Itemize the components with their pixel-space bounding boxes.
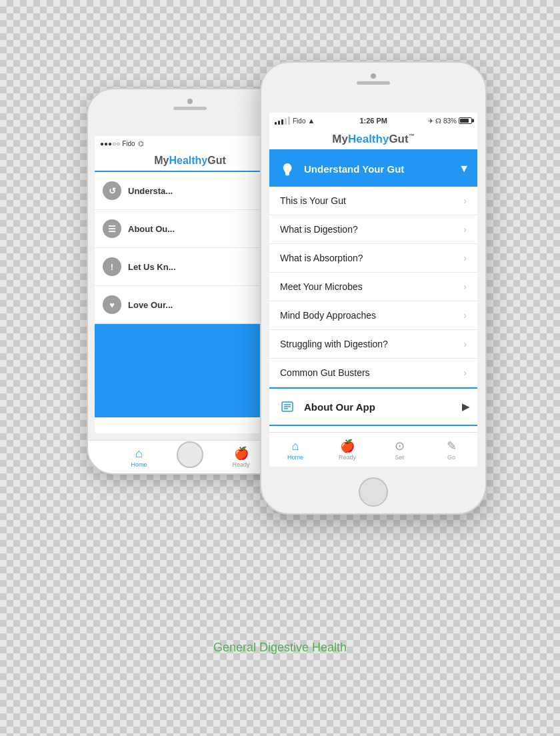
back-tab-home[interactable]: ⌂ Home bbox=[88, 441, 190, 473]
back-menu-label-2: About Ou... bbox=[128, 224, 175, 234]
front-bluetooth-icon: ☊ bbox=[435, 117, 441, 125]
chevron-right-3-icon: › bbox=[463, 253, 467, 263]
menu-item-what-is-digestion[interactable]: What is Digestion? › bbox=[269, 215, 477, 244]
back-menu-icon-1: ↺ bbox=[103, 181, 121, 200]
menu-label-what-is-digestion: What is Digestion? bbox=[280, 224, 358, 235]
menu-scroll[interactable]: Understand Your Gut ▼ This is Your Gut ›… bbox=[269, 151, 477, 432]
front-home-button[interactable] bbox=[359, 477, 388, 507]
back-menu-icon-4: ♥ bbox=[103, 295, 121, 314]
menu-label-struggling: Struggling with Digestion? bbox=[280, 339, 388, 349]
front-tab-go-label: Go bbox=[447, 454, 455, 461]
signal-bar-2 bbox=[278, 121, 280, 125]
section-about-label: About Our App bbox=[304, 401, 375, 413]
svg-point-0 bbox=[285, 175, 289, 176]
front-home-icon: ⌂ bbox=[292, 439, 299, 453]
front-tab-ready-label: Ready bbox=[339, 454, 356, 461]
signal-bar-4 bbox=[285, 118, 287, 125]
back-menu-icon-2: ☰ bbox=[103, 219, 121, 238]
back-menu-label-4: Love Our... bbox=[128, 300, 173, 310]
back-menu-item-4[interactable]: ♥ Love Our... bbox=[95, 286, 285, 324]
chevron-right-6-icon: › bbox=[463, 339, 467, 349]
chevron-right-2-icon: › bbox=[463, 224, 467, 235]
front-tab-home-label: Home bbox=[287, 454, 303, 461]
chevron-right-7-icon: › bbox=[463, 367, 467, 378]
front-time: 1:26 PM bbox=[319, 117, 428, 125]
front-status-bar: Fido ▲ 1:26 PM ✈ ☊ 83% bbox=[269, 113, 477, 129]
back-title-healthy: Healthy bbox=[169, 155, 207, 166]
back-home-icon: ⌂ bbox=[135, 447, 143, 461]
section-understand-label: Understand Your Gut bbox=[304, 163, 404, 175]
back-menu-item-2[interactable]: ☰ About Ou... bbox=[95, 210, 285, 248]
front-tab-set[interactable]: ⊙ Set bbox=[373, 433, 425, 467]
page-subtitle: General Digestive Health bbox=[213, 641, 347, 655]
front-speaker bbox=[357, 81, 390, 85]
back-menu-icon-3: ! bbox=[103, 257, 121, 276]
front-signal-bars bbox=[275, 117, 290, 125]
back-carrier: Fido bbox=[122, 140, 135, 147]
front-title-tm: ™ bbox=[409, 133, 415, 139]
back-title-gut: Gut bbox=[207, 155, 226, 166]
scene: ●●●○○ Fido ⌬ MyHealthyGut ↺ Understa... … bbox=[73, 61, 487, 675]
about-chevron-right-icon: ▶ bbox=[462, 401, 469, 412]
menu-item-meet-your-microbes[interactable]: Meet Your Microbes › bbox=[269, 273, 477, 301]
back-menu-label-3: Let Us Kn... bbox=[128, 262, 176, 272]
back-menu-label-1: Understa... bbox=[128, 186, 173, 196]
section-understand-header[interactable]: Understand Your Gut ▼ bbox=[269, 151, 477, 187]
chevron-right-1-icon: › bbox=[463, 195, 467, 206]
menu-label-what-is-absorption: What is Absorption? bbox=[280, 253, 363, 263]
front-set-icon: ⊙ bbox=[395, 439, 405, 453]
back-menu-item-1[interactable]: ↺ Understa... bbox=[95, 172, 285, 210]
front-right-icons: ✈ ☊ 83% bbox=[428, 117, 472, 125]
understand-icon bbox=[277, 159, 297, 179]
back-tab-home-label: Home bbox=[131, 461, 147, 468]
front-app-title: MyHealthyGut™ bbox=[269, 129, 477, 151]
menu-label-mind-body: Mind Body Approaches bbox=[280, 310, 376, 321]
front-wifi-icon: ▲ bbox=[307, 117, 315, 125]
front-camera bbox=[371, 73, 376, 79]
front-ready-icon: 🍎 bbox=[340, 439, 355, 453]
back-status-bar: ●●●○○ Fido ⌬ bbox=[95, 136, 285, 151]
phone-front: Fido ▲ 1:26 PM ✈ ☊ 83% MyHealthyGut™ bbox=[260, 61, 487, 515]
front-title-healthy: Healthy bbox=[348, 133, 389, 145]
menu-item-common-gut[interactable]: Common Gut Busters › bbox=[269, 359, 477, 387]
menu-item-mind-body[interactable]: Mind Body Approaches › bbox=[269, 301, 477, 330]
front-go-icon: ✎ bbox=[447, 439, 457, 453]
signal-bar-1 bbox=[275, 122, 277, 125]
battery-icon bbox=[459, 117, 472, 124]
battery-fill bbox=[460, 119, 469, 123]
section-about-header[interactable]: About Our App ▶ bbox=[269, 387, 477, 426]
back-menu-item-3[interactable]: ! Let Us Kn... bbox=[95, 248, 285, 286]
menu-label-this-is-your-gut: This is Your Gut bbox=[280, 195, 346, 206]
about-icon bbox=[277, 397, 297, 417]
signal-bar-3 bbox=[281, 119, 283, 125]
menu-label-common-gut: Common Gut Busters bbox=[280, 367, 370, 378]
front-carrier: Fido bbox=[293, 117, 305, 125]
menu-item-struggling[interactable]: Struggling with Digestion? › bbox=[269, 330, 477, 359]
menu-item-this-is-your-gut[interactable]: This is Your Gut › bbox=[269, 187, 477, 215]
front-tab-set-label: Set bbox=[395, 454, 404, 461]
back-ready-icon: 🍎 bbox=[234, 446, 249, 461]
signal-bar-5 bbox=[288, 117, 290, 125]
bluetooth-icon: ✈ bbox=[428, 117, 433, 125]
phone-back-top bbox=[173, 99, 207, 110]
back-wifi-icon: ⌬ bbox=[138, 140, 144, 147]
front-tab-bar: ⌂ Home 🍎 Ready ⊙ Set ✎ Go bbox=[269, 432, 477, 467]
front-tab-home[interactable]: ⌂ Home bbox=[269, 433, 321, 467]
back-home-button[interactable] bbox=[177, 441, 203, 468]
back-blue-section bbox=[95, 324, 285, 417]
menu-item-what-is-absorption[interactable]: What is Absorption? › bbox=[269, 244, 477, 273]
front-title-gut: Gut bbox=[389, 133, 408, 145]
chevron-right-5-icon: › bbox=[463, 310, 467, 321]
back-title-my: My bbox=[154, 155, 169, 166]
front-battery-pct: 83% bbox=[443, 117, 457, 125]
back-tab-ready-label: Ready bbox=[232, 461, 249, 468]
phone-back-screen: ●●●○○ Fido ⌬ MyHealthyGut ↺ Understa... … bbox=[95, 136, 285, 433]
front-tab-go[interactable]: ✎ Go bbox=[425, 433, 477, 467]
back-app-title: MyHealthyGut bbox=[95, 151, 285, 172]
chevron-right-4-icon: › bbox=[463, 281, 467, 292]
understand-chevron-down-icon: ▼ bbox=[459, 163, 469, 175]
phone-front-screen: Fido ▲ 1:26 PM ✈ ☊ 83% MyHealthyGut™ bbox=[269, 113, 477, 467]
menu-label-meet-your-microbes: Meet Your Microbes bbox=[280, 281, 363, 292]
front-title-my: My bbox=[332, 133, 348, 145]
front-tab-ready[interactable]: 🍎 Ready bbox=[321, 433, 373, 467]
